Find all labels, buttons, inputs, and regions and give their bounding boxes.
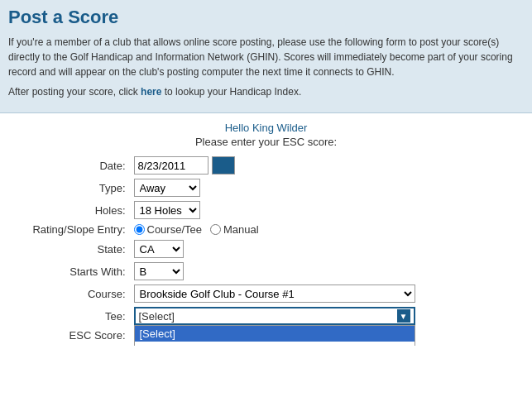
greeting-text: Hello King Wilder — [8, 122, 524, 134]
type-control: Home Away Tournament — [134, 179, 506, 197]
course-label: Course: — [26, 288, 134, 300]
course-tee-label[interactable]: Course/Tee — [134, 223, 202, 236]
holes-control: 9 Holes 18 Holes — [134, 201, 506, 219]
course-select[interactable]: Brookside Golf Club - Course #1 — [134, 285, 415, 303]
rating-radio-group: Course/Tee Manual — [134, 223, 259, 236]
tee-control: [Select] ▼ [Select] Silver (69.7/124) Wh… — [134, 307, 506, 325]
tee-dropdown-list: [Select] Silver (69.7/124) White (71.1/1… — [134, 325, 415, 346]
tee-dropdown-container: [Select] ▼ [Select] Silver (69.7/124) Wh… — [134, 307, 415, 325]
form-table: Date: Type: Home Away Tournament Holes: — [26, 156, 506, 342]
holes-row: Holes: 9 Holes 18 Holes — [26, 201, 506, 219]
manual-label[interactable]: Manual — [210, 223, 259, 236]
rating-label: Rating/Slope Entry: — [26, 223, 134, 236]
tee-dropdown-header[interactable]: [Select] ▼ — [134, 307, 415, 325]
holes-select[interactable]: 9 Holes 18 Holes — [134, 201, 200, 219]
course-tee-radio[interactable] — [134, 224, 145, 235]
color-picker-box[interactable] — [212, 156, 235, 175]
form-area: Hello King Wilder Please enter your ESC … — [0, 113, 532, 342]
tee-row: Tee: [Select] ▼ [Select] Silver (69.7/12… — [26, 307, 506, 325]
starts-row: Starts With: B — [26, 262, 506, 280]
date-control — [134, 156, 506, 175]
greeting-subtitle: Please enter your ESC score: — [8, 136, 524, 148]
date-label: Date: — [26, 160, 134, 172]
state-row: State: CA — [26, 240, 506, 258]
holes-label: Holes: — [26, 204, 134, 217]
tee-label: Tee: — [26, 310, 134, 323]
state-label: State: — [26, 243, 134, 256]
tee-option-silver[interactable]: Silver (69.7/124) — [135, 342, 415, 346]
course-control: Brookside Golf Club - Course #1 — [134, 285, 506, 303]
type-row: Type: Home Away Tournament — [26, 179, 506, 197]
page-header: Post a Score If you're a member of a clu… — [0, 0, 532, 113]
state-control: CA — [134, 240, 506, 258]
type-label: Type: — [26, 182, 134, 194]
date-row: Date: — [26, 156, 506, 175]
page-title: Post a Score — [8, 7, 524, 28]
tee-dropdown-arrow: ▼ — [397, 309, 410, 323]
after-posting-text: After posting your score, click here to … — [8, 84, 524, 99]
esc-label: ESC Score: — [26, 329, 134, 342]
tee-option-select[interactable]: [Select] — [135, 326, 415, 342]
state-select[interactable]: CA — [134, 240, 184, 258]
rating-row: Rating/Slope Entry: Course/Tee Manual — [26, 223, 506, 236]
type-select[interactable]: Home Away Tournament — [134, 179, 200, 197]
manual-radio[interactable] — [210, 224, 221, 235]
date-input[interactable] — [134, 156, 208, 175]
rating-control: Course/Tee Manual — [134, 223, 506, 236]
starts-label: Starts With: — [26, 265, 134, 278]
course-row: Course: Brookside Golf Club - Course #1 — [26, 285, 506, 303]
description-text: If you're a member of a club that allows… — [8, 35, 524, 79]
here-link[interactable]: here — [141, 86, 161, 98]
starts-select[interactable]: B — [134, 262, 184, 280]
tee-selected-value: [Select] — [139, 310, 175, 323]
starts-control: B — [134, 262, 506, 280]
